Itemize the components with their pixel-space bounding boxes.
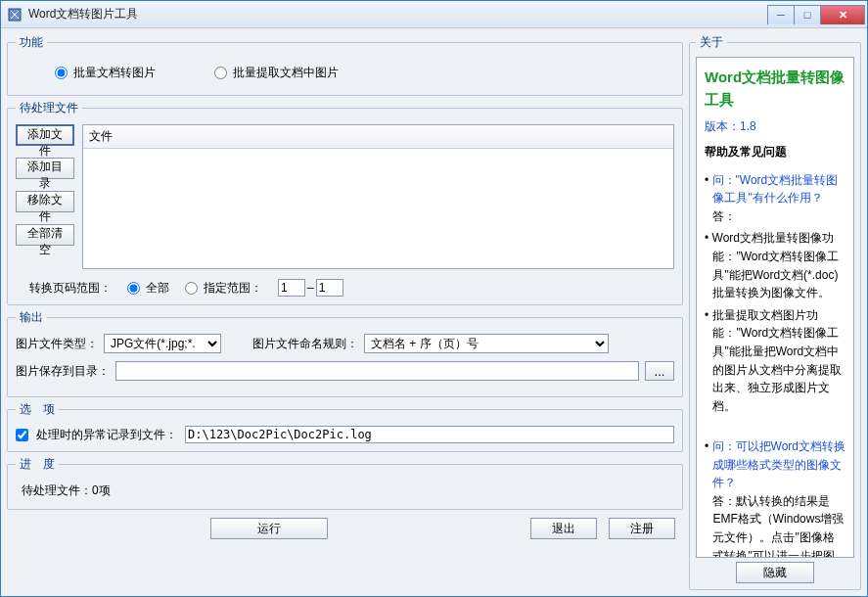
about-group: 关于 Word文档批量转图像工具 版本：1.8 帮助及常见问题 问："Word文… <box>689 34 861 590</box>
about-a2: 答：默认转换的结果是EMF格式（Windows增强元文件）。点击"图像格式转换"… <box>712 494 844 558</box>
about-title: Word文档批量转图像工具 <box>705 66 845 112</box>
maximize-button[interactable]: □ <box>794 5 821 24</box>
log-label: 处理时的异常记录到文件： <box>36 427 177 443</box>
page-range-label: 转换页码范围： <box>29 280 112 297</box>
about-legend: 关于 <box>696 34 727 51</box>
window-controls: ─ □ ✕ <box>768 5 865 24</box>
about-a1-item1: Word文档批量转图像功能："Word文档转图像工具"能把Word文档(*.do… <box>705 229 845 301</box>
range-to-input[interactable] <box>316 279 343 297</box>
function-group: 功能 批量文档转图片 批量提取文档中图片 <box>7 34 683 96</box>
files-group: 待处理文件 添加文件 添加目录 移除文件 全部清空 文件 转换页码范围： <box>7 100 683 305</box>
app-window: Word文档转图片工具 ─ □ ✕ 功能 批量文档转图片 批量提取文档中图片 <box>0 0 868 597</box>
about-a1-item2: 批量提取文档图片功能："Word文档转图像工具"能批量把Word文档中的图片从文… <box>705 306 845 416</box>
window-title: Word文档转图片工具 <box>28 6 768 23</box>
progress-group: 进 度 待处理文件：0项 <box>7 456 683 510</box>
naming-select[interactable]: 文档名 + 序（页）号 <box>364 334 609 353</box>
progress-legend: 进 度 <box>16 456 59 473</box>
about-help-heading: 帮助及常见问题 <box>705 143 845 161</box>
hide-button[interactable]: 隐藏 <box>736 562 814 583</box>
options-group: 选 项 处理时的异常记录到文件： <box>7 401 683 452</box>
radio-range-custom[interactable]: 指定范围： <box>185 280 262 297</box>
run-button[interactable]: 运行 <box>210 518 328 539</box>
output-group: 输出 图片文件类型： JPG文件(*.jpg;*. 图片文件命名规则： 文档名 … <box>7 309 683 397</box>
register-button[interactable]: 注册 <box>609 518 675 539</box>
radio-extract-images[interactable]: 批量提取文档中图片 <box>214 65 339 81</box>
titlebar[interactable]: Word文档转图片工具 ─ □ ✕ <box>1 1 867 28</box>
files-legend: 待处理文件 <box>16 100 82 116</box>
progress-text: 待处理文件：0项 <box>16 481 674 501</box>
radio-extract-images-input[interactable] <box>214 67 227 79</box>
app-icon <box>7 7 23 23</box>
file-list-header[interactable]: 文件 <box>83 125 673 149</box>
minimize-button[interactable]: ─ <box>767 5 795 24</box>
about-q2: 问：可以把Word文档转换成哪些格式类型的图像文件？ <box>712 439 845 489</box>
add-file-button[interactable]: 添加文件 <box>16 124 74 146</box>
radio-batch-convert[interactable]: 批量文档转图片 <box>55 65 156 81</box>
file-list[interactable]: 文件 <box>82 124 674 269</box>
log-checkbox[interactable] <box>16 429 28 441</box>
function-legend: 功能 <box>16 34 47 51</box>
log-path-input[interactable] <box>185 426 674 443</box>
radio-batch-convert-input[interactable] <box>55 67 68 79</box>
output-legend: 输出 <box>16 309 47 326</box>
add-dir-button[interactable]: 添加目录 <box>16 158 74 179</box>
range-from-input[interactable] <box>278 279 305 297</box>
about-q1: 问："Word文档批量转图像工具"有什么作用？ <box>712 173 839 206</box>
options-legend: 选 项 <box>16 401 59 418</box>
naming-label: 图片文件命名规则： <box>252 336 358 352</box>
file-list-body <box>83 149 673 268</box>
about-version: 版本：1.8 <box>705 117 845 136</box>
remove-file-button[interactable]: 移除文件 <box>16 191 74 212</box>
clear-all-button[interactable]: 全部清空 <box>16 224 74 246</box>
close-button[interactable]: ✕ <box>820 5 865 24</box>
radio-range-all[interactable]: 全部 <box>127 280 169 297</box>
save-dir-label: 图片保存到目录： <box>16 363 110 380</box>
file-type-select[interactable]: JPG文件(*.jpg;*. <box>104 334 221 353</box>
exit-button[interactable]: 退出 <box>530 518 597 539</box>
browse-save-dir-button[interactable]: ... <box>645 361 674 381</box>
save-dir-input[interactable] <box>115 361 639 381</box>
about-content[interactable]: Word文档批量转图像工具 版本：1.8 帮助及常见问题 问："Word文档批量… <box>696 57 854 558</box>
file-type-label: 图片文件类型： <box>16 336 98 352</box>
